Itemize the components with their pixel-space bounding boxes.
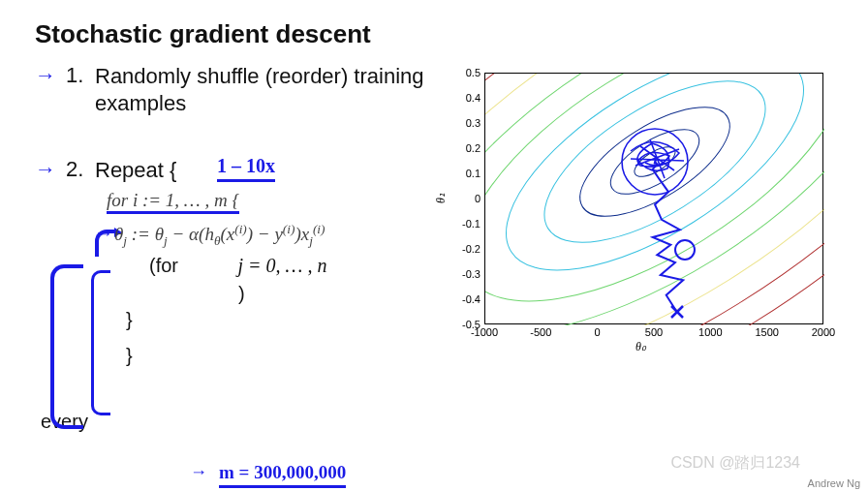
for-every-line: (for j = 0, … , n: [87, 255, 426, 277]
svg-point-4: [485, 74, 824, 312]
hand-annotation-repeat: 1 – 10x: [217, 155, 275, 182]
svg-point-5: [485, 74, 824, 325]
y-tick: -0.2: [446, 243, 480, 255]
close-paren: ): [238, 283, 426, 305]
content-row: → 1. Randomly shuffle (reorder) training…: [35, 63, 833, 367]
hand-annotation-m: m = 300,000,000: [219, 462, 346, 488]
step-text: Repeat {: [95, 157, 176, 184]
outer-brace-close: }: [126, 345, 426, 367]
watermark-author: Andrew Ng: [808, 477, 860, 489]
for-line: for i := 1, … , m {: [87, 190, 426, 214]
y-tick: 0: [446, 193, 480, 204]
x-tick: 500: [635, 326, 673, 338]
plot-area: [484, 73, 823, 324]
step-number: 1.: [66, 63, 85, 88]
x-tick: 1000: [691, 326, 729, 338]
y-tick: 0.1: [446, 168, 480, 179]
svg-point-7: [485, 74, 824, 325]
svg-point-6: [485, 74, 824, 325]
svg-point-12: [675, 240, 695, 260]
x-tick: -1000: [465, 326, 504, 338]
step-2: → 2. Repeat { 1 – 10x: [35, 157, 426, 184]
theta-update-formula: θj := θj − α(hθ(x(i)) − y(i))xj(i): [114, 224, 325, 244]
hand-brace-outer-icon: [50, 264, 83, 429]
x-axis-label: θ₀: [636, 340, 646, 354]
hand-brace-inner-icon: [91, 270, 110, 415]
chart-svg: [485, 74, 824, 325]
x-tick: 2000: [804, 326, 843, 338]
svg-rect-14: [485, 74, 824, 325]
watermark-csdn: CSDN @踏归1234: [670, 453, 800, 474]
j-range: j = 0, … , n: [238, 255, 327, 276]
svg-point-9: [485, 74, 824, 325]
slide: Stochastic gradient descent → 1. Randoml…: [0, 0, 868, 491]
y-tick: 0.5: [446, 67, 480, 78]
step-text: Randomly shuffle (reorder) training exam…: [95, 63, 426, 116]
contour-chart: -0.5-0.4-0.3-0.2-0.100.10.20.30.40.5 -10…: [442, 65, 833, 353]
repeat-body: for i := 1, … , m { → θj := θj − α(hθ(x(…: [87, 190, 426, 367]
hand-arrow-icon: →: [35, 159, 56, 180]
for-label: (for: [149, 255, 178, 276]
x-tick: 0: [578, 326, 617, 338]
y-tick: -0.1: [446, 218, 480, 230]
inner-brace-close: }: [126, 309, 426, 331]
y-tick: 0.3: [446, 117, 480, 129]
x-tick: -500: [521, 326, 560, 338]
y-tick: 0.4: [446, 92, 480, 104]
svg-point-8: [485, 74, 824, 325]
y-axis-label: θ₁: [434, 193, 449, 203]
step-1: → 1. Randomly shuffle (reorder) training…: [35, 63, 426, 116]
y-tick: -0.4: [446, 293, 480, 305]
theta-update-line: → θj := θj − α(hθ(x(i)) − y(i))xj(i): [114, 222, 426, 249]
step-number: 2.: [66, 157, 85, 182]
y-tick: 0.2: [446, 142, 480, 154]
hand-arrow-icon: →: [35, 65, 56, 86]
left-column: → 1. Randomly shuffle (reorder) training…: [35, 63, 426, 367]
slide-title: Stochastic gradient descent: [35, 19, 833, 49]
hand-arrow-icon: →: [190, 462, 207, 482]
x-tick: 1500: [748, 326, 787, 338]
for-text: for i := 1, … , m {: [107, 190, 239, 214]
hand-arrow-icon: →: [95, 224, 112, 244]
right-column: -0.5-0.4-0.3-0.2-0.100.10.20.30.40.5 -10…: [436, 63, 833, 367]
y-tick: -0.3: [446, 268, 480, 280]
